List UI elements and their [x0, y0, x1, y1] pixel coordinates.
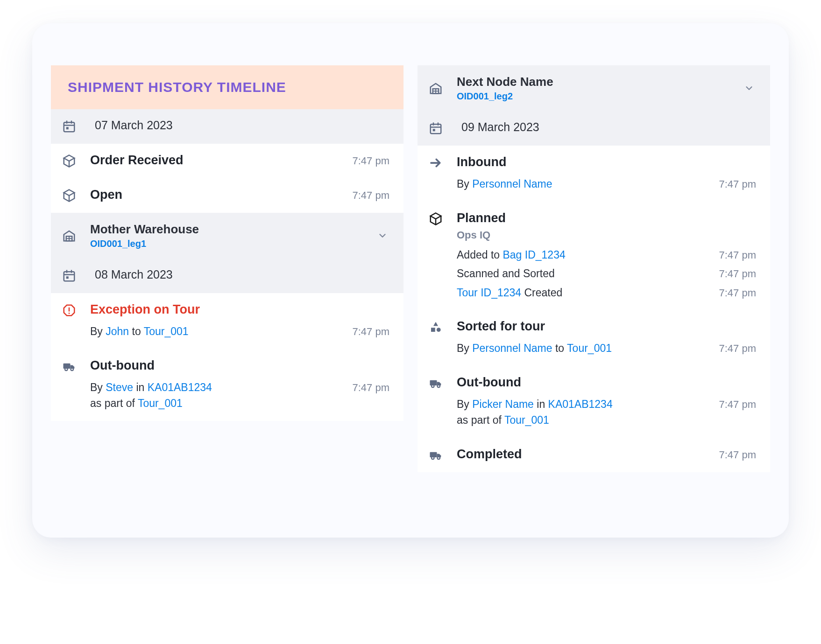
warehouse-icon — [428, 80, 444, 96]
event-time: 7:47 pm — [719, 178, 757, 190]
chevron-down-icon[interactable] — [742, 81, 756, 95]
tour-link[interactable]: Tour_001 — [138, 397, 183, 409]
event-order-received: Order Received 7:47 pm — [51, 144, 403, 178]
event-sorted: Sorted for tour By Personnel Name to Tou… — [418, 310, 770, 366]
truck-icon — [428, 375, 444, 391]
truck-icon — [428, 447, 444, 463]
event-detail: By John to Tour_001 — [90, 323, 189, 340]
vehicle-link[interactable]: KA01AB1234 — [548, 398, 613, 410]
node-next-node[interactable]: Next Node Name OID001_leg2 — [418, 65, 770, 111]
event-time: 7:47 pm — [353, 189, 390, 202]
shapes-icon — [428, 319, 444, 335]
event-title: Out-bound — [457, 375, 756, 390]
event-title: Out-bound — [90, 358, 389, 373]
planned-line: Tour ID_1234 Created — [457, 285, 562, 301]
chevron-down-icon[interactable] — [375, 229, 389, 243]
user-link[interactable]: Personnel Name — [472, 178, 552, 190]
user-link[interactable]: Picker Name — [472, 398, 534, 410]
tour-link[interactable]: Tour_001 — [504, 414, 549, 426]
event-time: 7:47 pm — [353, 326, 390, 338]
arrow-right-icon — [428, 155, 444, 171]
calendar-icon — [61, 268, 77, 284]
calendar-icon — [428, 120, 444, 136]
alert-icon — [61, 302, 77, 318]
event-time: 7:47 pm — [719, 268, 757, 280]
left-column: SHIPMENT HISTORY TIMELINE 07 March 2023 … — [51, 65, 403, 472]
tour-link[interactable]: Tour_001 — [144, 325, 189, 337]
event-time: 7:47 pm — [719, 249, 757, 261]
event-time: 7:47 pm — [719, 399, 757, 411]
date-row: 08 March 2023 — [51, 259, 403, 293]
event-subhead: Ops IQ — [457, 229, 756, 241]
event-title: Completed — [457, 447, 522, 462]
event-time: 7:47 pm — [719, 343, 757, 355]
warehouse-icon — [61, 228, 77, 244]
date-label: 08 March 2023 — [90, 268, 389, 281]
planned-line: Scanned and Sorted — [457, 266, 555, 282]
box-icon — [61, 188, 77, 203]
box-icon — [428, 211, 444, 227]
event-time: 7:47 pm — [353, 382, 390, 394]
node-leg-link[interactable]: OID001_leg1 — [90, 238, 362, 249]
tour-link[interactable]: Tour ID_1234 — [457, 287, 521, 299]
event-exception: Exception on Tour By John to Tour_001 7:… — [51, 293, 403, 349]
box-icon — [61, 153, 77, 169]
node-name: Next Node Name — [457, 75, 729, 89]
event-completed: Completed 7:47 pm — [418, 438, 770, 472]
date-row: 09 March 2023 — [418, 111, 770, 146]
event-title: Open — [90, 188, 122, 202]
event-outbound: Out-bound By Picker Name in KA01AB1234 a… — [418, 366, 770, 438]
date-label: 07 March 2023 — [90, 119, 389, 132]
event-detail: By Steve in KA01AB1234 as part of Tour_0… — [90, 379, 212, 412]
event-detail: By Picker Name in KA01AB1234 as part of … — [457, 396, 613, 428]
node-name: Mother Warehouse — [90, 222, 362, 237]
event-title: Order Received — [90, 153, 184, 168]
event-time: 7:47 pm — [719, 449, 757, 461]
page-title: SHIPMENT HISTORY TIMELINE — [68, 79, 387, 95]
vehicle-link[interactable]: KA01AB1234 — [148, 381, 212, 393]
calendar-icon — [61, 119, 77, 134]
event-detail: By Personnel Name — [457, 176, 552, 192]
timeline-card: SHIPMENT HISTORY TIMELINE 07 March 2023 … — [32, 23, 789, 538]
event-time: 7:47 pm — [353, 155, 390, 167]
event-title: Inbound — [457, 155, 756, 169]
event-detail: By Personnel Name to Tour_001 — [457, 340, 612, 357]
event-title: Planned — [457, 211, 756, 225]
date-label: 09 March 2023 — [457, 120, 756, 134]
date-row: 07 March 2023 — [51, 109, 403, 144]
event-planned: Planned Ops IQ Added to Bag ID_1234 7:47… — [418, 202, 770, 310]
truck-icon — [61, 358, 77, 374]
node-mother-warehouse[interactable]: Mother Warehouse OID001_leg1 — [51, 213, 403, 259]
event-title: Exception on Tour — [90, 302, 389, 317]
event-outbound: Out-bound By Steve in KA01AB1234 as part… — [51, 349, 403, 421]
event-open: Open 7:47 pm — [51, 178, 403, 213]
user-link[interactable]: Personnel Name — [472, 342, 552, 354]
user-link[interactable]: John — [106, 325, 129, 337]
tour-link[interactable]: Tour_001 — [567, 342, 612, 354]
event-time: 7:47 pm — [719, 287, 757, 299]
event-inbound: Inbound By Personnel Name 7:47 pm — [418, 146, 770, 202]
bag-link[interactable]: Bag ID_1234 — [503, 249, 565, 261]
planned-line: Added to Bag ID_1234 — [457, 247, 566, 263]
event-title: Sorted for tour — [457, 319, 756, 334]
right-column: Next Node Name OID001_leg2 09 March 2023… — [418, 65, 770, 472]
user-link[interactable]: Steve — [106, 381, 133, 393]
title-banner: SHIPMENT HISTORY TIMELINE — [51, 65, 403, 109]
node-leg-link[interactable]: OID001_leg2 — [457, 91, 729, 102]
